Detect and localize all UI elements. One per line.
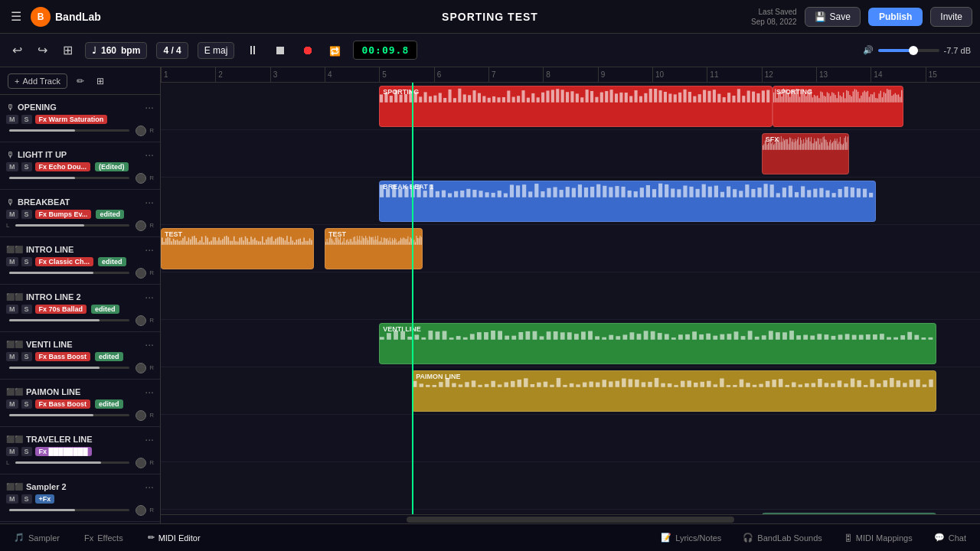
svg-rect-560: [413, 381, 416, 387]
tab-bandlab-sounds[interactable]: 🎧 BandLab Sounds: [738, 530, 826, 546]
clip[interactable]: BREAK BEAT 1: [379, 181, 876, 222]
key-signature[interactable]: E maj: [198, 42, 235, 59]
mute-button[interactable]: M: [6, 257, 18, 266]
clip[interactable]: SPORTING: [379, 86, 773, 127]
solo-button[interactable]: S: [21, 352, 32, 361]
bpm-display[interactable]: ♩ 160 bpm: [85, 42, 147, 59]
horizontal-scrollbar[interactable]: [161, 514, 980, 523]
mute-button[interactable]: M: [6, 162, 18, 171]
mute-button[interactable]: M: [6, 352, 18, 361]
solo-button[interactable]: S: [21, 257, 32, 266]
mute-button[interactable]: M: [6, 494, 18, 504]
clip[interactable]: TEST: [161, 228, 314, 269]
pan-knob[interactable]: [136, 126, 146, 136]
track-more-button[interactable]: ···: [145, 386, 154, 398]
fx-badge[interactable]: +Fx: [35, 494, 55, 504]
fx-badge[interactable]: Fx ████████: [35, 447, 92, 456]
track-more-button[interactable]: ···: [145, 101, 154, 113]
track-more-button[interactable]: ···: [145, 196, 154, 208]
solo-button[interactable]: S: [21, 447, 32, 456]
clip[interactable]: SPORTING: [773, 86, 903, 127]
volume-fader[interactable]: [9, 129, 129, 132]
clip[interactable]: PAIMON LINE: [412, 370, 936, 412]
fx-badge[interactable]: Fx Echo Dou...: [35, 162, 91, 171]
track-more-button[interactable]: ···: [145, 481, 154, 493]
tracks-canvas[interactable]: SPORTINGSPORTINGSFXBREAK BEAT 1TESTTESTV…: [161, 83, 980, 514]
svg-rect-292: [702, 184, 706, 197]
svg-rect-473: [413, 240, 414, 244]
add-track-button[interactable]: + Add Track: [8, 73, 67, 89]
track-more-button[interactable]: ···: [145, 338, 154, 350]
volume-fader[interactable]: [9, 414, 129, 416]
track-more-button[interactable]: ···: [145, 433, 154, 445]
tab-chat[interactable]: 💬 Chat: [929, 530, 971, 546]
volume-fader[interactable]: [9, 177, 129, 179]
tab-midi-mappings[interactable]: 🎛 MIDI Mappings: [839, 530, 917, 546]
svg-rect-408: [335, 237, 336, 245]
fx-badge[interactable]: Fx Bass Boost: [35, 352, 91, 361]
pan-knob[interactable]: [136, 363, 146, 373]
save-button[interactable]: 💾 Save: [805, 7, 861, 27]
grid-tool-button[interactable]: ⊞: [93, 73, 107, 90]
pause-button[interactable]: [243, 41, 262, 60]
tab-sampler[interactable]: 🎵 Sampler: [9, 530, 64, 546]
pan-knob[interactable]: [136, 220, 146, 231]
pan-knob[interactable]: [136, 410, 146, 421]
invite-button[interactable]: Invite: [930, 7, 972, 27]
pan-knob[interactable]: [136, 173, 146, 184]
stop-button[interactable]: [271, 41, 289, 60]
fx-badge[interactable]: Fx Warm Saturation: [35, 115, 108, 124]
mute-button[interactable]: M: [6, 447, 18, 456]
clip[interactable]: TEST: [325, 228, 423, 269]
track-more-button[interactable]: ···: [145, 243, 154, 256]
fx-badge[interactable]: Fx Bass Boost: [35, 399, 91, 409]
mute-button[interactable]: M: [6, 305, 18, 314]
clip[interactable]: VENTI LINE: [379, 323, 936, 364]
pan-knob[interactable]: [136, 268, 146, 279]
volume-fader[interactable]: [9, 367, 129, 369]
tab-effects[interactable]: Fx Effects: [80, 530, 128, 546]
record-button[interactable]: [299, 41, 317, 60]
pencil-tool-button[interactable]: ✏: [74, 73, 87, 90]
svg-rect-524: [685, 334, 690, 340]
redo-button[interactable]: [34, 40, 51, 60]
track-more-button[interactable]: ···: [145, 291, 154, 303]
tab-midi-editor[interactable]: ✏ MIDI Editor: [143, 530, 205, 546]
fx-badge[interactable]: Fx Classic Ch...: [35, 257, 94, 266]
clip[interactable]: SFX: [762, 133, 849, 174]
solo-button[interactable]: S: [21, 210, 32, 219]
solo-button[interactable]: S: [21, 305, 32, 314]
undo-button[interactable]: [9, 40, 25, 60]
svg-rect-603: [694, 383, 697, 387]
volume-fader[interactable]: [9, 509, 129, 511]
pan-knob[interactable]: [136, 505, 146, 516]
pan-knob[interactable]: [136, 458, 146, 468]
fx-badge[interactable]: Fx 70s Ballad: [35, 305, 87, 314]
track-more-button[interactable]: ···: [145, 148, 154, 161]
volume-slider[interactable]: [878, 49, 939, 52]
tab-sampler-label: Sampler: [28, 533, 60, 543]
arrange-button[interactable]: ⊞: [60, 40, 76, 60]
pan-knob[interactable]: [136, 315, 146, 326]
volume-fader[interactable]: [9, 319, 129, 321]
hamburger-button[interactable]: [8, 6, 24, 27]
mute-button[interactable]: M: [6, 399, 18, 409]
solo-button[interactable]: S: [21, 115, 32, 124]
solo-button[interactable]: S: [21, 162, 32, 171]
volume-fader[interactable]: [9, 272, 129, 274]
clip-label: BREAK BEAT 1: [383, 183, 433, 191]
tab-lyrics[interactable]: 📝 Lyrics/Notes: [656, 530, 726, 546]
publish-button[interactable]: Publish: [868, 8, 923, 26]
timeline-ruler[interactable]: 123456789101112131415: [161, 67, 980, 83]
loop-button[interactable]: [326, 41, 344, 60]
mute-button[interactable]: M: [6, 115, 18, 124]
scroll-thumb[interactable]: [407, 517, 734, 523]
volume-fader[interactable]: [15, 224, 129, 227]
svg-rect-358: [234, 236, 235, 245]
mute-button[interactable]: M: [6, 210, 18, 219]
solo-button[interactable]: S: [21, 399, 32, 409]
time-signature[interactable]: 4 / 4: [156, 42, 188, 59]
volume-fader[interactable]: [15, 461, 129, 464]
solo-button[interactable]: S: [21, 494, 32, 504]
fx-badge[interactable]: Fx Bumps Ev...: [35, 210, 92, 219]
